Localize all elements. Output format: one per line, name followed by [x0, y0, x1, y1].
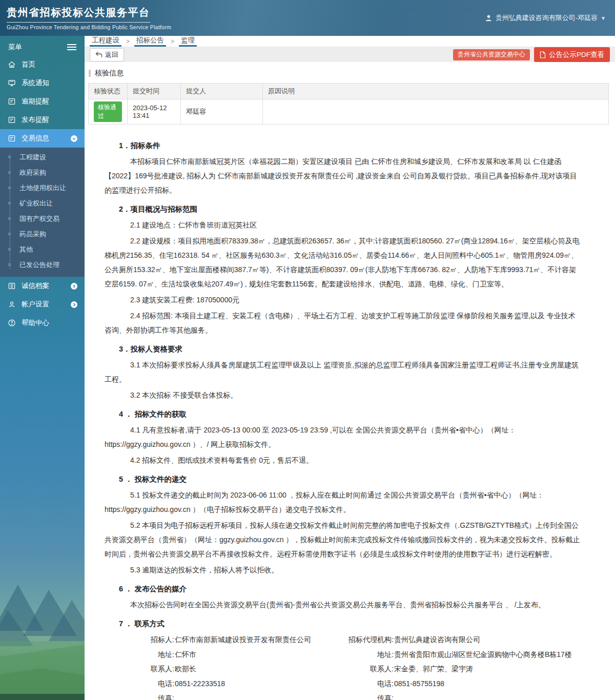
back-icon: [95, 51, 102, 58]
menu-label: 菜单: [8, 43, 22, 52]
submenu-label: 政府采购: [19, 169, 46, 176]
col-header-reason: 原因说明: [263, 84, 609, 99]
sidebar-item-label: 首页: [22, 60, 35, 69]
cell-time: 2023-05-12 13:41: [128, 99, 181, 125]
sidebar-item-trade-info[interactable]: 交易信息: [0, 129, 85, 148]
sidebar-item-credit-archive[interactable]: 诚信档案: [0, 277, 85, 295]
sidebar-item-publish-reminder[interactable]: 发布提醒: [0, 111, 85, 129]
submenu-item-published-notices[interactable]: 已发公告处理: [0, 257, 85, 273]
submenu-item-mining-rights[interactable]: 矿业权出让: [0, 196, 85, 211]
contact-line: 联系人:宋金委、郭广荣、梁宇涛: [328, 662, 581, 676]
app-title: 贵州省招标投标公共服务平台: [7, 6, 150, 23]
sidebar-item-label: 逾期提醒: [22, 97, 49, 106]
hamburger-icon[interactable]: [67, 44, 76, 51]
back-button[interactable]: 返回: [90, 48, 124, 61]
sidebar-landscape-image: [0, 546, 85, 700]
submenu-label: 土地使用权出让: [19, 184, 66, 192]
doc-heading: 1．招标条件: [105, 139, 581, 152]
col-header-submitter: 提交人: [181, 84, 263, 99]
verify-table: 核验状态 提交时间 提交人 原因说明 核验通过 2023-05-12 13:41…: [88, 83, 609, 125]
sidebar-item-overdue-reminder[interactable]: 逾期提醒: [0, 92, 85, 111]
contact-line: 传真:: [105, 691, 328, 700]
submenu-item-construction[interactable]: 工程建设: [0, 150, 85, 165]
doc-heading: 2．项目概况与招标范围: [105, 202, 581, 216]
sidebar-item-label: 交易信息: [22, 134, 49, 143]
submenu-item-gov-procurement[interactable]: 政府采购: [0, 165, 85, 180]
doc-paragraph: 本次招标公告同时在全国公共资源交易平台(贵州省)-贵州省公共资源交易公共服务平台…: [105, 598, 581, 612]
contact-label: 联系人:: [105, 662, 174, 676]
tenderer-contact-column: 招标人:仁怀市南部新城建设投资开发有限责任公司 地址:仁怀市 联系人:欧部长 电…: [105, 632, 328, 700]
sidebar-item-home[interactable]: 首页: [0, 55, 85, 74]
contact-label: 地址:: [105, 647, 174, 662]
doc-paragraph: 2.3 建筑安装工程费: 187050000元: [105, 293, 581, 307]
doc-heading: 5 ． 投标文件的递交: [105, 472, 581, 486]
contact-label: 电话:: [105, 676, 174, 691]
bullet-icon: [8, 202, 11, 204]
contact-value: 仁怀市南部新城建设投资开发有限责任公司: [174, 632, 328, 647]
doc-paragraph: 4.2 招标文件、图纸或技术资料每套售价 0元，售后不退。: [105, 453, 581, 467]
home-icon: [8, 60, 16, 69]
cell-status: 核验通过: [89, 99, 128, 125]
verify-section-title: 核验信息: [85, 62, 615, 83]
breadcrumb-separator: >: [126, 36, 130, 47]
breadcrumb-item-tender-notice[interactable]: 招标公告: [134, 36, 166, 47]
contact-line: 招标人:仁怀市南部新城建设投资开发有限责任公司: [105, 632, 328, 647]
toolbar: 返回 贵州省公共资源交易中心 公告公示PDF查看: [85, 47, 615, 62]
submenu-label: 国有产权交易: [19, 215, 59, 222]
contact-label: 传真:: [105, 691, 174, 700]
doc-paragraph: 2.2 建设规模：项目拟用地面积78339.38㎡，总建筑面积263657. 3…: [105, 234, 581, 291]
submenu-label: 药品采购: [19, 230, 46, 238]
contact-value: 0851-85755198: [394, 676, 581, 691]
submenu-item-land-use[interactable]: 土地使用权出让: [0, 180, 85, 196]
pdf-button-label: 公告公示PDF查看: [549, 50, 604, 59]
user-menu[interactable]: 贵州弘典建设咨询有限公司-邓廷容 ▼: [485, 13, 615, 23]
breadcrumb-item-construction[interactable]: 工程建设: [90, 36, 121, 47]
user-icon: [485, 14, 493, 22]
resource-center-button[interactable]: 贵州省公共资源交易中心: [453, 49, 530, 60]
pdf-view-button[interactable]: 公告公示PDF查看: [534, 47, 610, 62]
contact-label: 传真:: [328, 691, 394, 700]
sidebar-item-notices[interactable]: 系统通知: [0, 74, 85, 92]
sidebar-item-account-settings[interactable]: 帐户设置: [0, 295, 85, 314]
sidebar-submenu: 工程建设 政府采购 土地使用权出让 矿业权出让 国有产权交易 药品采购 其他 已…: [0, 148, 85, 277]
contact-line: 招标代理机构:贵州弘典建设咨询有限公司: [328, 632, 581, 647]
pdf-file-icon: [540, 51, 546, 58]
doc-paragraph: 3.1 本次招标要求投标人须具备房屋建筑工程监理甲级及以上 监理资质,拟派的总监…: [105, 358, 581, 386]
submenu-label: 已发公告处理: [19, 261, 59, 269]
contact-label: 地址:: [328, 647, 394, 662]
cell-submitter: 邓廷容: [181, 99, 263, 125]
submenu-item-other[interactable]: 其他: [0, 242, 85, 257]
chevron-right-circle-icon: [71, 301, 77, 308]
content-panel: 核验信息 核验状态 提交时间 提交人 原因说明 核验通过: [85, 62, 615, 700]
contact-line: 电话:0851-22233518: [105, 676, 328, 691]
contact-value: 仁怀市: [174, 647, 328, 662]
notice-document: 1．招标条件 本招标项目仁怀市南部新城冠英片区（幸福花园二期）安置区建设项目 已…: [105, 139, 581, 700]
brand: 贵州省招标投标公共服务平台 GuiZhou Province Tendering…: [0, 6, 171, 30]
submenu-item-drug-procurement[interactable]: 药品采购: [0, 227, 85, 242]
chevron-right-circle-icon: [71, 283, 77, 290]
bullet-icon: [8, 248, 11, 251]
doc-paragraph: 3.2 本次招标 不接受联合体投标。: [105, 388, 581, 402]
status-badge: 核验通过: [94, 101, 122, 122]
doc-heading: 4 ． 招标文件的获取: [105, 407, 581, 421]
contact-info: 招标人:仁怀市南部新城建设投资开发有限责任公司 地址:仁怀市 联系人:欧部长 电…: [105, 632, 581, 700]
page: 贵州省招标投标公共服务平台 GuiZhou Province Tendering…: [0, 0, 615, 700]
contact-value: [174, 691, 328, 700]
doc-paragraph: 2.1 建设地点：仁怀市鲁班街道冠英社区: [105, 218, 581, 232]
section-title-text: 核验信息: [95, 69, 124, 78]
col-header-status: 核验状态: [89, 84, 128, 99]
contact-value: 贵州弘典建设咨询有限公司: [394, 632, 581, 647]
chevron-down-icon: ▼: [601, 15, 606, 21]
bullet-icon: [8, 263, 11, 266]
sidebar-item-help-center[interactable]: 帮助中心: [0, 314, 85, 332]
doc-paragraph: 5.3 逾期送达的投标文件，招标人将予以拒收。: [105, 563, 581, 577]
submenu-label: 工程建设: [19, 153, 46, 161]
doc-paragraph: 本招标项目仁怀市南部新城冠英片区（幸福花园二期）安置区建设项目 已由 仁怀市住房…: [105, 154, 581, 197]
contact-value: [394, 691, 581, 700]
doc-paragraph: 2.4 招标范围: 本项目土建工程、安装工程（含电梯）、平场土石方工程、边坡支护…: [105, 308, 581, 337]
submenu-item-state-property[interactable]: 国有产权交易: [0, 211, 85, 227]
breadcrumb-item-supervision[interactable]: 监理: [179, 36, 197, 47]
contact-line: 传真:: [328, 691, 581, 700]
contact-line: 地址:仁怀市: [105, 647, 328, 662]
bullet-icon: [8, 171, 11, 174]
